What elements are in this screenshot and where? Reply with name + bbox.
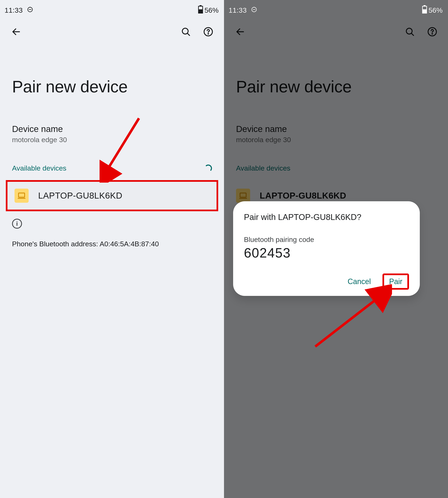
help-button[interactable] [199, 23, 217, 41]
left-screenshot: 11:33 56% [0, 0, 224, 498]
device-name-section[interactable]: Device name motorola edge 30 [0, 96, 224, 144]
dnd-icon [251, 6, 257, 14]
svg-rect-11 [18, 193, 24, 197]
bluetooth-address: Phone's Bluetooth address: A0:46:5A:4B:8… [0, 229, 224, 248]
svg-point-29 [254, 7, 255, 7]
svg-rect-32 [422, 9, 427, 13]
info-icon: i [12, 219, 22, 229]
status-bar-overlay: 11:33 56% [224, 0, 448, 20]
status-time: 11:33 [5, 6, 23, 14]
back-button[interactable] [7, 23, 25, 41]
battery-icon [422, 5, 427, 15]
dialog-actions: Cancel Pair [244, 273, 409, 290]
search-button[interactable] [177, 23, 195, 41]
pairing-code: 602453 [244, 245, 409, 261]
status-time: 11:33 [229, 6, 247, 14]
cancel-button[interactable]: Cancel [343, 274, 375, 289]
available-device-name: LAPTOP-GU8LK6KD [38, 191, 122, 201]
app-bar [0, 20, 224, 43]
loading-spinner-icon [205, 165, 212, 172]
device-name-label: Device name [12, 124, 212, 134]
dnd-icon [27, 6, 33, 14]
status-bar: 11:33 56% [0, 0, 224, 20]
battery-percent: 56% [429, 6, 443, 14]
available-device-item[interactable]: LAPTOP-GU8LK6KD [6, 180, 218, 211]
pairing-dialog: Pair with LAPTOP-GU8LK6KD? Bluetooth pai… [233, 201, 420, 296]
dialog-subtitle: Bluetooth pairing code [244, 235, 409, 244]
svg-point-2 [30, 7, 31, 7]
pair-button[interactable]: Pair [389, 277, 402, 286]
svg-rect-5 [198, 9, 203, 13]
info-row: i [0, 211, 224, 229]
laptop-icon [15, 189, 29, 203]
battery-icon [198, 5, 203, 15]
available-devices-label: Available devices [12, 164, 66, 172]
available-devices-header: Available devices [0, 144, 224, 172]
dialog-title: Pair with LAPTOP-GU8LK6KD? [244, 213, 409, 222]
svg-line-8 [187, 33, 190, 35]
page-title: Pair new device [0, 43, 224, 96]
svg-point-10 [208, 33, 208, 34]
device-name-value: motorola edge 30 [12, 136, 212, 144]
battery-percent: 56% [205, 6, 219, 14]
right-screenshot: 11:33 56% [224, 0, 448, 498]
annotation-highlight-box: Pair [383, 273, 409, 290]
